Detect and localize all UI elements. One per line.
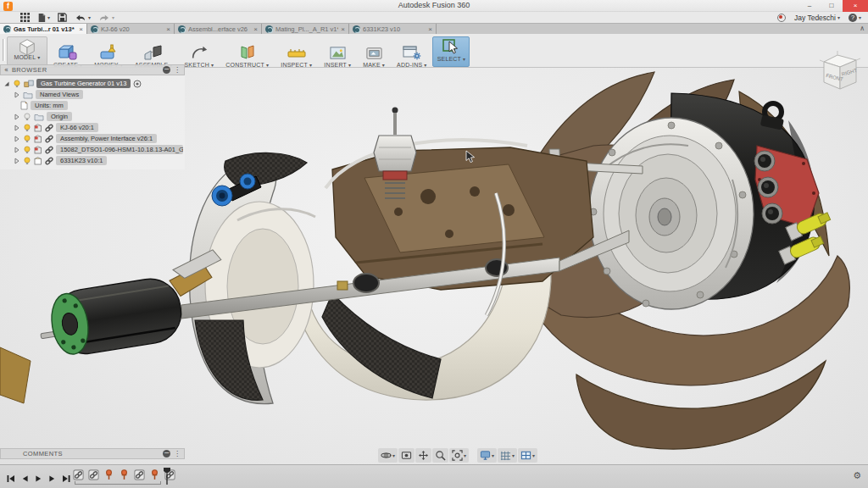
look-at-button[interactable] [398,448,415,463]
go-to-start-button[interactable] [7,471,15,486]
orbit-button[interactable]: ▾ [378,448,398,463]
comments-collapse-icon[interactable]: − [163,450,170,458]
timeline-feature-joint-icon[interactable] [103,469,114,480]
menu-inspect[interactable]: INSPECT▾ [275,36,318,68]
go-to-end-button[interactable] [62,471,70,486]
expand-arrow-icon[interactable] [14,92,20,98]
browser-row-kj66[interactable]: KJ-66 v20:1 [0,122,185,133]
help-menu[interactable]: ? ▾ [849,14,861,22]
grid-icon [500,450,511,461]
menu-assemble[interactable]: ASSEMBLE▾ [129,36,179,68]
timeline-feature-joint-icon[interactable] [119,469,130,480]
expand-arrow-icon[interactable] [14,125,20,131]
browser-root-label[interactable]: Gas Turbine Generator 01 v13 [36,79,131,88]
menu-add-ins[interactable]: ADD-INS▾ [391,36,432,68]
link-icon [45,135,53,143]
fusion-doc-icon [353,25,360,33]
user-menu[interactable]: Jay Tedeschi ▾ [794,14,840,22]
display-settings-button[interactable]: ▾ [477,448,497,463]
model-fuel-manifold-part[interactable] [0,347,31,403]
timeline-feature-link-icon[interactable] [73,469,84,480]
model-generator-flange[interactable] [589,118,754,309]
step-back-button[interactable] [21,471,29,486]
browser-root-row[interactable]: Gas Turbine Generator 01 v13 [0,78,185,89]
menu-sketch[interactable]: SKETCH▾ [179,36,220,68]
model-workspace-icon [15,37,39,56]
bulb-icon[interactable] [13,80,21,88]
browser-row-6331k23[interactable]: 6331K23 v10:1 [0,155,185,166]
browser-row-power-interface[interactable]: Assembly, Power Interface v26:1 [0,133,185,144]
zoom-icon [435,450,446,461]
file-menu-button[interactable]: ▾ [37,13,50,23]
toolbar-collapse-chevron[interactable]: ∧ [860,23,865,34]
mouse-cursor [465,150,476,164]
redo-button[interactable]: ▾ [98,14,114,22]
viewports-icon [520,450,531,461]
expand-arrow-icon[interactable] [14,136,20,142]
timeline-feature-joint-icon[interactable] [149,469,160,480]
activate-radio-icon[interactable] [133,80,142,88]
menu-construct[interactable]: CONSTRUCT▾ [220,36,275,68]
save-icon [58,13,67,22]
bulb-icon[interactable] [23,124,31,132]
timeline-feature-link-icon[interactable] [134,469,145,480]
browser-row-units[interactable]: Units: mm [0,100,185,111]
insert-icon [328,43,348,62]
folder-icon [34,113,44,121]
folder-icon [23,91,33,99]
play-button[interactable] [35,471,42,486]
menu-select[interactable]: SELECT▾ [432,36,470,67]
bulb-icon[interactable] [23,157,31,165]
timeline-group-bracket [75,481,161,485]
timeline-bar: ⚙ [0,464,868,488]
expand-arrow-icon[interactable] [14,114,20,120]
create-icon [58,43,78,62]
viewports-button[interactable]: ▾ [518,448,537,463]
assembly-icon [24,80,34,88]
timeline-feature-strip [73,469,175,480]
panel-dock-icon[interactable]: « [4,65,8,75]
undo-button[interactable]: ▾ [75,14,91,22]
record-icon[interactable] [777,14,786,22]
comments-header[interactable]: COMMENTS − ⋮ [0,448,185,459]
help-icon: ? [849,14,857,22]
step-forward-button[interactable] [48,471,56,486]
assemble-icon [143,43,164,62]
make-icon [364,43,384,62]
minimize-button[interactable]: – [798,0,821,12]
orbit-icon [381,450,392,461]
menu-make[interactable]: MAKE▾ [357,36,391,68]
menu-insert[interactable]: INSERT▾ [318,36,357,68]
expand-arrow-icon[interactable] [3,80,10,87]
browser-row-origin[interactable]: Origin [0,111,185,122]
timeline-feature-link-icon[interactable] [88,469,99,480]
link-icon [45,124,53,132]
menu-create[interactable]: CREATE▾ [47,36,88,68]
grid-snaps-button[interactable]: ▾ [498,448,517,463]
fusion-doc-icon [3,25,11,33]
ribbon-toolbar: MODEL▾ CREATE▾ MODIFY▾ ASSEMBLE▾ SKETCH▾ [0,34,868,68]
bulb-off-icon[interactable] [23,113,31,121]
timeline-position-marker[interactable] [163,467,171,488]
browser-header[interactable]: « BROWSER − ⋮ [0,64,185,75]
close-button[interactable]: × [843,0,868,12]
document-icon [20,101,28,110]
comments-grip-icon[interactable]: ⋮ [174,449,181,459]
view-cube[interactable]: FRONT RIGHT [814,49,863,98]
browser-row-15082[interactable]: 15082_DTSO1-096-HSM1-10.18.13-A01_Ge... [0,144,185,155]
zoom-button[interactable] [432,448,448,463]
panel-collapse-icon[interactable]: − [163,66,170,74]
maximize-button[interactable]: □ [821,0,843,12]
panel-grip-icon[interactable]: ⋮ [174,65,181,75]
browser-row-named-views[interactable]: Named Views [0,89,185,100]
gear-icon[interactable]: ⚙ [853,470,861,481]
bulb-icon[interactable] [23,135,31,143]
expand-arrow-icon[interactable] [14,158,20,164]
fit-button[interactable]: ▾ [449,448,469,463]
timeline-playback-controls [7,471,70,486]
bulb-icon[interactable] [23,146,31,154]
expand-arrow-icon[interactable] [14,147,20,153]
menu-modify[interactable]: MODIFY▾ [88,36,129,68]
pan-button[interactable] [415,448,431,463]
workspace-selector[interactable]: MODEL▾ [7,36,47,67]
